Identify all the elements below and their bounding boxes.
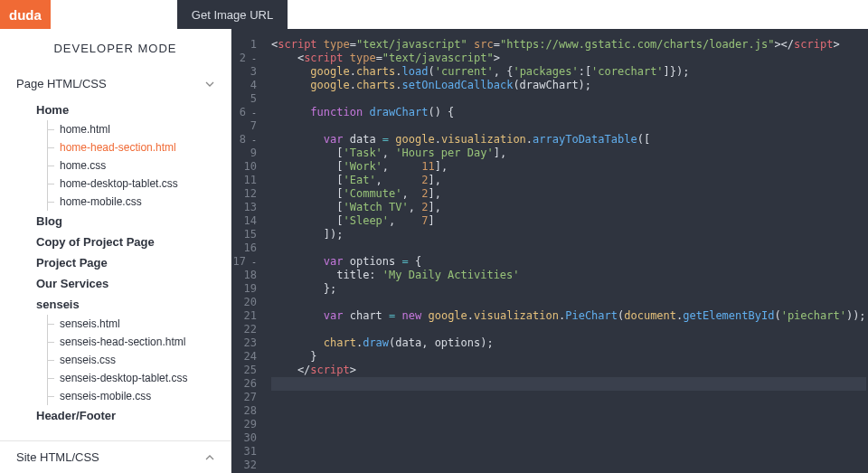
tree-folder-home[interactable]: Home [0,99,231,120]
tab-get-image-url[interactable]: Get Image URL [177,0,288,29]
tree-folder-senseis[interactable]: senseis [0,294,231,315]
main: DEVELOPER MODE Page HTML/CSS Home home.h… [0,29,868,473]
logo: duda [0,0,51,29]
tree-file[interactable]: home.html [0,120,231,138]
chevron-down-icon [205,80,214,89]
tree-folder-header-footer[interactable]: Header/Footer [0,405,231,426]
tree-folder-copy-project-page[interactable]: Copy of Project Page [0,232,231,252]
tree-file[interactable]: home-head-section.html [0,138,231,156]
tree-file[interactable]: senseis-desktop-tablet.css [0,369,231,387]
file-tree: Home home.html home-head-section.html ho… [0,99,231,440]
topbar: duda Get Image URL [0,0,868,29]
tree-folder-project-page[interactable]: Project Page [0,252,231,273]
site-html-css-header[interactable]: Site HTML/CSS [0,440,231,473]
tree-folder-blog[interactable]: Blog [0,211,231,232]
tree-file[interactable]: senseis.css [0,351,231,369]
tree-folder-our-services[interactable]: Our Services [0,273,231,294]
page-html-css-label: Page HTML/CSS [16,77,107,90]
tree-file[interactable]: home.css [0,156,231,175]
chevron-up-icon [205,453,214,462]
gutter: 1234567891011121314151617181920212223242… [231,29,268,473]
code-editor[interactable]: 1234567891011121314151617181920212223242… [231,29,868,473]
tree-file[interactable]: senseis-mobile.css [0,387,231,405]
site-html-css-label: Site HTML/CSS [16,450,99,464]
tree-file[interactable]: home-mobile.css [0,193,231,211]
developer-mode-label: DEVELOPER MODE [0,29,231,68]
sidebar: DEVELOPER MODE Page HTML/CSS Home home.h… [0,29,231,473]
tree-file[interactable]: senseis.html [0,315,231,333]
code-area[interactable]: <script type="text/javascript" src="http… [268,29,866,473]
tree-file[interactable]: home-desktop-tablet.css [0,175,231,193]
tree-file[interactable]: senseis-head-section.html [0,333,231,351]
page-html-css-header[interactable]: Page HTML/CSS [0,68,231,99]
